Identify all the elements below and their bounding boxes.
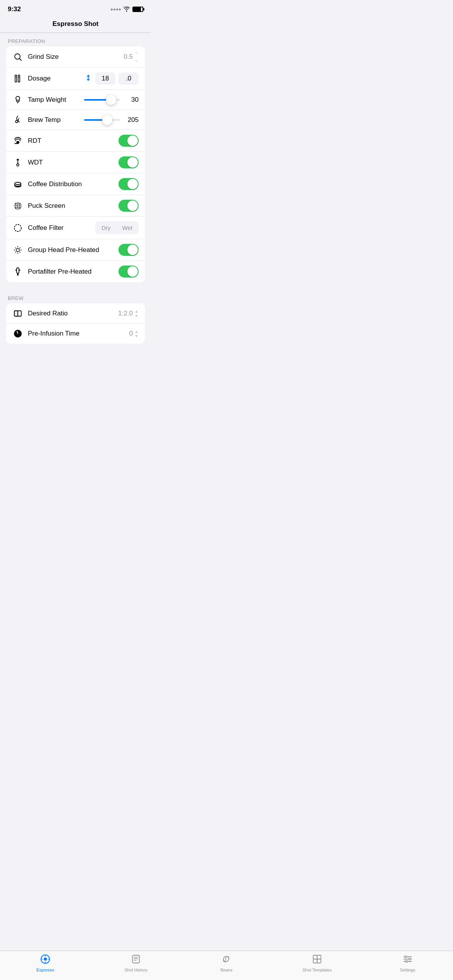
pre-infusion-value[interactable]: 0 ▲▼ — [129, 329, 139, 338]
rdt-label: RDT — [28, 137, 118, 145]
portafilter-label: Portafilter Pre-Heated — [28, 268, 118, 276]
svg-point-15 — [19, 204, 20, 204]
svg-rect-27 — [14, 311, 18, 316]
brew-card: Desired Ratio 1:2.0 ▲▼ Pre-Infusion Time… — [6, 303, 145, 344]
dosage-whole[interactable]: 18 — [95, 72, 115, 85]
coffee-filter-icon — [12, 223, 23, 233]
puck-screen-toggle[interactable] — [118, 200, 139, 212]
preparation-section-label: PREPARATION — [0, 33, 151, 46]
tamp-weight-slider[interactable]: 30 — [84, 96, 139, 104]
desired-ratio-stepper-icon: ▲▼ — [134, 309, 139, 318]
grind-size-row[interactable]: Grind Size 0.5 ⌃⌄ — [6, 46, 145, 68]
battery-icon — [132, 7, 143, 12]
rdt-row[interactable]: RDT — [6, 130, 145, 152]
scroll-area: PREPARATION Grind Size 0.5 ⌃⌄ — [0, 33, 151, 398]
group-head-toggle[interactable] — [118, 244, 139, 256]
svg-point-17 — [17, 206, 18, 206]
dosage-controls[interactable]: 18 .0 — [84, 72, 139, 85]
dosage-sort-icon[interactable] — [84, 74, 92, 84]
svg-point-22 — [14, 224, 21, 231]
pre-infusion-label: Pre-Infusion Time — [28, 330, 129, 338]
portafilter-toggle[interactable] — [118, 266, 139, 278]
wdt-row[interactable]: WDT — [6, 152, 145, 173]
svg-point-23 — [16, 248, 19, 252]
brew-section-label: BREW — [0, 290, 151, 303]
svg-point-16 — [15, 206, 16, 206]
svg-rect-2 — [18, 75, 20, 82]
svg-point-5 — [15, 120, 18, 123]
svg-point-0 — [15, 54, 20, 59]
svg-point-13 — [15, 204, 16, 204]
svg-rect-1 — [15, 75, 17, 82]
tamp-weight-icon — [12, 95, 23, 105]
svg-point-20 — [17, 207, 18, 208]
puck-screen-row[interactable]: Puck Screen — [6, 195, 145, 217]
pre-infusion-stepper-icon: ▲▼ — [134, 329, 139, 338]
svg-point-14 — [17, 204, 18, 204]
rdt-icon — [12, 136, 23, 146]
desired-ratio-icon — [12, 309, 23, 318]
desired-ratio-value[interactable]: 1:2.0 ▲▼ — [118, 309, 139, 318]
coffee-filter-segment[interactable]: Dry Wet — [95, 221, 139, 234]
coffee-filter-row[interactable]: Coffee Filter Dry Wet — [6, 217, 145, 239]
desired-ratio-row[interactable]: Desired Ratio 1:2.0 ▲▼ — [6, 303, 145, 324]
pre-infusion-row[interactable]: Pre-Infusion Time 0 ▲▼ — [6, 324, 145, 344]
rdt-toggle[interactable] — [118, 135, 139, 147]
brew-temp-label: Brew Temp — [28, 116, 82, 124]
preparation-card: Grind Size 0.5 ⌃⌄ Dosage — [6, 46, 145, 282]
portafilter-icon — [12, 267, 23, 276]
dosage-label: Dosage — [28, 75, 84, 82]
wdt-label: WDT — [28, 159, 118, 166]
brew-temp-icon — [12, 115, 23, 125]
status-icons — [111, 6, 143, 13]
svg-point-11 — [15, 182, 21, 185]
portafilter-row[interactable]: Portafilter Pre-Heated — [6, 261, 145, 282]
coffee-distribution-label: Coffee Distribution — [28, 180, 118, 188]
coffee-distribution-icon — [12, 180, 23, 189]
wifi-icon — [123, 6, 130, 13]
tamp-weight-value: 30 — [125, 96, 139, 104]
desired-ratio-label: Desired Ratio — [28, 310, 118, 317]
status-bar: 9:32 — [0, 0, 151, 16]
coffee-filter-dry[interactable]: Dry — [96, 222, 116, 233]
group-head-label: Group Head Pre-Heated — [28, 246, 118, 254]
coffee-filter-label: Coffee Filter — [28, 224, 95, 232]
group-head-row[interactable]: Group Head Pre-Heated — [6, 239, 145, 261]
svg-point-3 — [16, 96, 20, 100]
wdt-icon — [12, 158, 23, 167]
svg-point-18 — [19, 206, 20, 206]
status-time: 9:32 — [8, 5, 21, 13]
puck-screen-label: Puck Screen — [28, 202, 118, 210]
tamp-weight-row[interactable]: Tamp Weight 30 — [6, 90, 145, 110]
svg-point-6 — [17, 141, 19, 144]
puck-screen-icon — [12, 201, 23, 211]
coffee-filter-wet[interactable]: Wet — [117, 222, 138, 233]
brew-temp-row[interactable]: Brew Temp 205 — [6, 110, 145, 130]
page-header: Espresso Shot — [0, 16, 151, 33]
group-head-icon — [12, 245, 23, 255]
grind-size-stepper-icon: ⌃⌄ — [134, 51, 139, 63]
grind-size-value[interactable]: 0.5 ⌃⌄ — [124, 51, 139, 63]
grind-size-icon — [12, 52, 23, 62]
coffee-distribution-toggle[interactable] — [118, 178, 139, 190]
brew-temp-value: 205 — [125, 116, 139, 124]
pre-infusion-icon — [12, 329, 23, 338]
svg-rect-24 — [17, 268, 19, 273]
page-title: Espresso Shot — [52, 20, 98, 27]
wdt-toggle[interactable] — [118, 156, 139, 168]
svg-point-21 — [19, 207, 20, 208]
svg-point-19 — [15, 207, 16, 208]
brew-temp-slider[interactable]: 205 — [84, 116, 139, 124]
signal-icon — [111, 9, 121, 10]
dosage-row[interactable]: Dosage 18 .0 — [6, 68, 145, 90]
tamp-weight-label: Tamp Weight — [28, 96, 82, 104]
coffee-distribution-row[interactable]: Coffee Distribution — [6, 173, 145, 195]
dosage-decimal[interactable]: .0 — [118, 72, 139, 85]
dosage-icon — [12, 74, 23, 83]
grind-size-label: Grind Size — [28, 53, 124, 61]
